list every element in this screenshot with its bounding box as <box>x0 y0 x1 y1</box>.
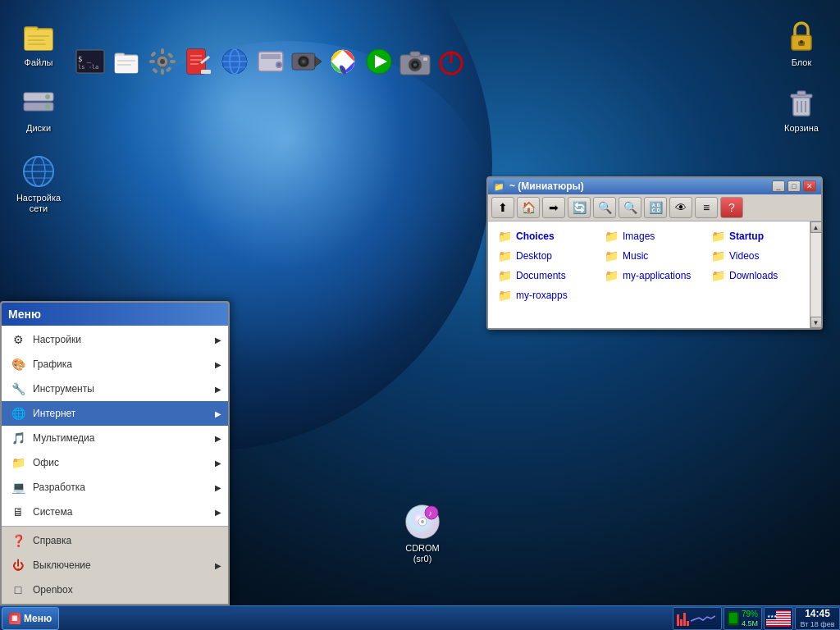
ql-power[interactable] <box>435 45 468 78</box>
menu-label-dev: Разработка <box>33 482 85 493</box>
help-menu-icon: ❓ <box>10 532 26 549</box>
fm-scrollbar[interactable]: ▲ ▼ <box>810 221 821 328</box>
folder-icon: 📁 <box>711 249 725 262</box>
arrow-icon: ▶ <box>215 360 221 369</box>
menu-item-openbox[interactable]: □ Openbox <box>2 578 228 602</box>
fm-folder-choices[interactable]: 📁 Choices <box>495 228 595 244</box>
ql-webcam[interactable] <box>290 45 323 78</box>
menu-items: ⚙ Настройки ▶ 🎨 Графика ▶ 🔧 Инструменты … <box>2 326 228 526</box>
fm-btn-home[interactable]: 🏠 <box>517 197 540 218</box>
fm-btn-zoomin[interactable]: 🔍 <box>593 197 616 218</box>
fm-btn-show[interactable]: 👁 <box>669 197 692 218</box>
desktop-icon-files[interactable]: Файлы <box>10 16 67 68</box>
svg-rect-39 <box>150 51 157 57</box>
wm-maximize[interactable]: □ <box>788 180 801 192</box>
ql-editor[interactable] <box>182 45 215 78</box>
svg-marker-63 <box>315 57 322 66</box>
cdrom-icon[interactable]: ♪ CDROM (sr0) <box>394 502 451 564</box>
fm-folder-startup[interactable]: 📁 Startup <box>708 228 808 244</box>
folder-icon: 📁 <box>498 230 512 243</box>
folder-name-images: Images <box>623 231 655 242</box>
menu-item-settings[interactable]: ⚙ Настройки ▶ <box>2 327 228 352</box>
ql-browser[interactable] <box>218 45 251 78</box>
fm-btn-sort[interactable]: 🔠 <box>644 197 667 218</box>
fm-title-icon: 📁 <box>493 180 504 192</box>
menu-item-office[interactable]: 📁 Офис ▶ <box>2 450 228 475</box>
desktop-icon-trash[interactable]: Корзина <box>773 82 830 134</box>
fm-folder-videos[interactable]: 📁 Videos <box>708 248 808 264</box>
fm-folder-downloads[interactable]: 📁 Downloads <box>708 267 808 284</box>
quicklaunch-bar: $ _ ls -la <box>74 45 468 78</box>
svg-rect-70 <box>410 52 420 57</box>
files-label: Файлы <box>25 57 53 68</box>
start-menu-icon: ▦ <box>9 613 21 624</box>
ql-terminal[interactable]: $ _ ls -la <box>74 45 107 78</box>
folder-name-music: Music <box>623 250 648 262</box>
svg-rect-41 <box>152 67 158 74</box>
menu-header-label: Меню <box>8 308 41 321</box>
fm-btn-refresh[interactable]: 🔄 <box>568 197 591 218</box>
ql-settings[interactable] <box>146 45 179 78</box>
desktop-icon-lock[interactable]: Блок <box>773 16 830 68</box>
menu-item-dev[interactable]: 💻 Разработка ▶ <box>2 475 228 500</box>
menu-label-multimedia: Мультимедиа <box>33 432 94 444</box>
mem-size: 4.5M <box>742 619 758 628</box>
menu-label-office: Офис <box>33 457 59 468</box>
ql-filemanager[interactable] <box>110 45 143 78</box>
wm-close[interactable]: ✕ <box>803 180 816 192</box>
menu-item-internet[interactable]: 🌐 Интернет ▶ <box>2 401 228 426</box>
fm-content: 📁 Choices 📁 Images 📁 Startup 📁 Desktop 📁 <box>488 221 821 328</box>
desktop-icon-network[interactable]: Настройка сети <box>10 152 67 214</box>
svg-rect-84 <box>729 613 737 623</box>
menu-item-system[interactable]: 🖥 Система ▶ <box>2 500 228 524</box>
svg-rect-5 <box>28 43 46 45</box>
svg-rect-56 <box>261 54 281 59</box>
fm-btn-help[interactable]: ? <box>720 197 743 218</box>
fm-btn-forward[interactable]: ➡ <box>542 197 565 218</box>
fm-folder-music[interactable]: 📁 Music <box>601 248 701 264</box>
fm-folder-documents[interactable]: 📁 Documents <box>495 267 595 284</box>
start-button[interactable]: ▦ Меню <box>2 607 59 630</box>
fm-folder-myroxapps[interactable]: 📁 my-roxapps <box>495 287 595 304</box>
clock-time: 14:45 <box>805 608 830 619</box>
folder-name-documents: Documents <box>516 270 566 281</box>
scroll-down[interactable]: ▼ <box>810 317 822 328</box>
folder-name-startup: Startup <box>729 231 764 242</box>
fm-folder-desktop[interactable]: 📁 Desktop <box>495 248 595 264</box>
menu-item-tools[interactable]: 🔧 Инструменты ▶ <box>2 377 228 401</box>
fm-title: ~ (Миниатюры) <box>509 180 584 192</box>
ql-paint[interactable] <box>326 45 359 78</box>
svg-point-15 <box>24 157 53 186</box>
folder-name-videos: Videos <box>729 250 759 262</box>
fm-folder-myapps[interactable]: 📁 my-applications <box>601 267 701 284</box>
network-label: Настройка сети <box>16 193 61 214</box>
svg-rect-42 <box>166 66 172 73</box>
internet-menu-icon: 🌐 <box>10 405 26 422</box>
menu-item-graphics[interactable]: 🎨 Графика ▶ <box>2 352 228 377</box>
scroll-up[interactable]: ▲ <box>810 221 822 233</box>
fm-btn-up[interactable]: ⬆ <box>491 197 514 218</box>
ql-mediaplayer[interactable] <box>363 45 395 78</box>
menu-item-shutdown[interactable]: ⏻ Выключение ▶ <box>2 553 228 578</box>
cpu-widget <box>673 607 722 630</box>
menu-item-multimedia[interactable]: 🎵 Мультимедиа ▶ <box>2 426 228 450</box>
menu-header: Меню <box>2 303 228 326</box>
ql-photo[interactable] <box>399 45 431 78</box>
wm-minimize[interactable]: _ <box>772 180 785 192</box>
lock-label: Блок <box>792 57 812 68</box>
menu-item-help[interactable]: ❓ Справка <box>2 528 228 553</box>
folder-icon: 📁 <box>605 249 619 262</box>
fm-folder-images[interactable]: 📁 Images <box>601 228 701 244</box>
ql-disk[interactable] <box>254 45 287 78</box>
desktop-icon-disks[interactable]: Диски <box>10 82 67 134</box>
cpu-bar <box>683 613 686 626</box>
folder-name-choices: Choices <box>516 231 555 242</box>
menu-label-help: Справка <box>33 535 71 546</box>
arrow-icon: ▶ <box>215 483 221 492</box>
fm-btn-zoomout[interactable]: 🔍 <box>619 197 641 218</box>
cdrom-disk-icon: ♪ <box>403 502 442 541</box>
system-menu-icon: 🖥 <box>10 504 26 520</box>
disks-icon <box>19 82 58 121</box>
language-widget[interactable]: ★★★ <box>764 607 793 630</box>
fm-btn-details[interactable]: ≡ <box>695 197 718 218</box>
